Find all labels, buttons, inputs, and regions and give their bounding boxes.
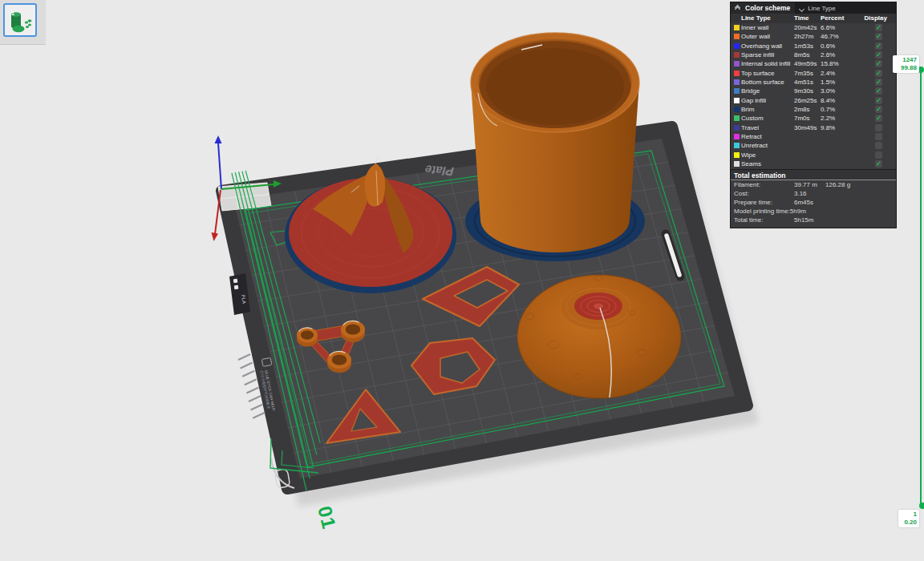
display-checkbox[interactable]: ✓ — [875, 115, 882, 122]
line-type-time: 30m49s — [794, 124, 817, 131]
collapse-icon[interactable] — [731, 2, 744, 14]
plate-thumbnail-preview: 1 — [5, 5, 35, 35]
line-type-label: Inner wall — [741, 24, 768, 31]
total-row-value: 6m45s — [794, 198, 825, 207]
line-type-label: Bridge — [741, 87, 760, 95]
line-type-swatch — [734, 43, 740, 49]
line-type-label: Sparse infill — [741, 51, 774, 59]
total-estimation-rows: Filament:39.77 m126.28 gCost:3.16Prepare… — [731, 180, 896, 225]
line-type-percent: 0.7% — [821, 106, 835, 113]
line-type-label: Top surface — [741, 70, 774, 77]
model-dome[interactable] — [517, 275, 681, 398]
line-type-row: Outer wall2h27m46.7%✓ — [731, 32, 896, 41]
line-type-time: 2m8s — [794, 106, 810, 113]
line-type-dropdown[interactable]: Line Type — [795, 2, 896, 14]
line-type-label: Unretract — [741, 142, 768, 149]
line-type-percent: 15.8% — [821, 60, 839, 67]
color-scheme-panel: Color scheme Line Type Line Type Time Pe… — [730, 2, 897, 228]
line-type-label: Brim — [741, 106, 754, 113]
display-checkbox[interactable]: ✓ — [875, 87, 882, 95]
line-type-swatch — [734, 34, 740, 39]
total-row: Model printing time:5h9m — [731, 207, 896, 216]
layer-slider-track[interactable] — [920, 70, 922, 507]
display-checkbox[interactable]: ✓ — [875, 33, 882, 40]
display-checkbox[interactable]: ✓ — [875, 106, 882, 113]
line-type-swatch — [734, 98, 740, 103]
total-row: Total time:5h15m — [731, 216, 896, 224]
display-checkbox[interactable]: ✓ — [875, 160, 882, 167]
line-type-label: Bottom surface — [741, 79, 784, 86]
line-type-percent: 1.5% — [821, 79, 835, 86]
display-checkbox[interactable] — [875, 151, 882, 159]
line-type-row: Wipe — [731, 151, 896, 159]
line-type-label: Custom — [741, 115, 764, 122]
display-checkbox[interactable]: ✓ — [875, 51, 882, 59]
total-row-value2: 126.28 g — [825, 180, 850, 189]
line-type-time: 4m51s — [794, 79, 813, 86]
total-row-value: 5h9m — [790, 207, 821, 216]
display-checkbox[interactable] — [875, 124, 882, 131]
total-row: Filament:39.77 m126.28 g — [731, 180, 896, 189]
model-cylinder[interactable] — [465, 33, 645, 261]
total-row-label: Cost: — [734, 189, 794, 198]
line-type-percent: 46.7% — [821, 33, 839, 40]
layer-slider-bottom-label: 1 0.20 — [898, 510, 919, 527]
top-layer-height: 99.88 — [895, 64, 917, 72]
line-type-time: 8m5s — [794, 51, 810, 59]
bottom-layer-number: 1 — [901, 511, 917, 519]
line-type-swatch — [734, 52, 740, 58]
line-type-swatch — [734, 79, 740, 85]
line-type-time: 2h27m — [794, 33, 813, 40]
layer-slider-handle-bottom[interactable] — [919, 502, 924, 509]
line-type-percent: 6.6% — [821, 24, 835, 31]
total-row-label: Model printing time: — [734, 207, 790, 216]
line-type-label: Retract — [741, 133, 762, 140]
plate-name-label: Plate — [423, 163, 455, 179]
total-row: Prepare time:6m45s — [731, 198, 896, 207]
display-checkbox[interactable] — [875, 133, 882, 140]
line-type-row: Bridge9m30s3.0%✓ — [731, 87, 896, 95]
total-row-value: 5h15m — [794, 216, 825, 224]
line-type-percent: 2.2% — [821, 115, 835, 122]
plate-thumbnail-number: 1 — [11, 10, 14, 16]
line-type-percent: 2.6% — [821, 51, 835, 59]
line-type-label: Internal solid infill — [741, 60, 790, 67]
display-checkbox[interactable]: ✓ — [875, 70, 882, 77]
display-checkbox[interactable]: ✓ — [875, 97, 882, 104]
display-checkbox[interactable]: ✓ — [875, 79, 882, 86]
display-checkbox[interactable]: ✓ — [875, 60, 882, 67]
line-type-percent: 8.4% — [821, 97, 835, 104]
line-type-row: Overhang wall1m53s0.6%✓ — [731, 42, 896, 50]
line-type-swatch — [734, 107, 740, 112]
total-row-label: Filament: — [734, 180, 794, 189]
line-type-row: Internal solid infill49m59s15.8%✓ — [731, 59, 896, 68]
panel-title: Color scheme — [745, 4, 790, 12]
line-type-time: 7m0s — [794, 115, 810, 122]
line-type-swatch — [734, 25, 740, 30]
line-type-row: Brim2m8s0.7%✓ — [731, 105, 896, 114]
line-type-row: Inner wall20m42s6.6%✓ — [731, 23, 896, 32]
display-checkbox[interactable]: ✓ — [875, 42, 882, 50]
panel-title-bar: Color scheme Line Type — [731, 2, 896, 14]
total-estimation-header: Total estimation — [731, 169, 896, 180]
line-type-row: Gap infill26m25s8.4%✓ — [731, 96, 896, 105]
top-layer-number: 1247 — [895, 56, 917, 64]
plate-thumbnail-button[interactable]: 1 — [3, 3, 37, 37]
line-type-row: Seams✓ — [731, 159, 896, 168]
total-row-value: 39.77 m — [794, 180, 825, 189]
line-type-row: Unretract — [731, 141, 896, 150]
line-type-swatch — [734, 61, 740, 67]
line-type-label: Outer wall — [741, 33, 770, 40]
line-type-percent: 0.6% — [821, 42, 835, 50]
line-type-row: Custom7m0s2.2%✓ — [731, 114, 896, 123]
line-type-swatch — [734, 134, 740, 139]
line-type-swatch — [734, 115, 740, 121]
line-type-swatch — [734, 88, 740, 94]
line-type-percent: 2.4% — [821, 70, 835, 77]
display-checkbox[interactable] — [875, 142, 882, 149]
line-type-label: Overhang wall — [741, 42, 782, 50]
line-type-time: 20m42s — [794, 24, 817, 31]
layer-slider-top-label: 1247 99.88 — [893, 55, 919, 73]
total-row-label: Total time: — [734, 216, 794, 224]
display-checkbox[interactable]: ✓ — [875, 24, 882, 31]
